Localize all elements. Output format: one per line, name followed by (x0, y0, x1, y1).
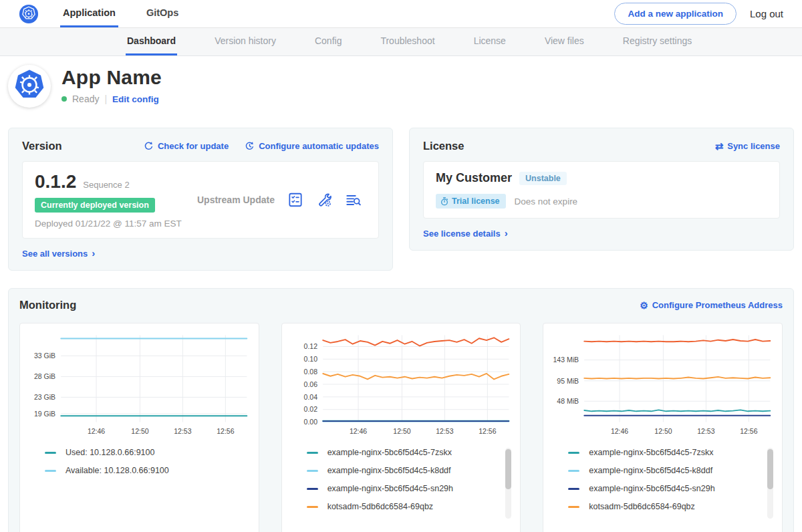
app-header: App Name Ready | Edit config (0, 56, 802, 118)
disk-usage-title: Disk Usage (27, 525, 252, 532)
monitoring-title: Monitoring (19, 299, 76, 311)
top-nav: Application GitOps Add a new application… (0, 0, 802, 28)
stopwatch-icon (440, 197, 448, 206)
legend-label: Available: 10.128.0.66:9100 (65, 466, 169, 475)
tab-gitops[interactable]: GitOps (144, 0, 181, 27)
check-for-update-link[interactable]: Check for update (144, 141, 229, 151)
legend-scrollbar-thumb[interactable] (505, 449, 511, 489)
chevron-right-icon: › (505, 228, 508, 238)
see-all-versions-link[interactable]: See all versions › (22, 249, 95, 259)
legend-item: example-nginx-5bc6f5d4c5-7zskx (568, 448, 775, 457)
svg-text:12:50: 12:50 (393, 427, 410, 435)
disk-usage-chart-card: 19 GiB23 GiB28 GiB33 GiB12:4612:5012:531… (19, 323, 259, 532)
gear-icon: ⚙ (640, 301, 648, 310)
license-card-title: License (423, 140, 464, 152)
svg-text:0.04: 0.04 (303, 392, 317, 400)
version-card-title: Version (22, 140, 62, 152)
divider: | (104, 94, 107, 104)
status-dot-icon (61, 96, 67, 102)
memory-usage-title: Memory Usage (550, 525, 775, 532)
deployed-timestamp: Deployed 01/21/22 @ 11:57 am EST (35, 219, 185, 229)
legend-item: kotsadm-5db6dc6584-69qbz (568, 502, 775, 511)
cpu-usage-legend: example-nginx-5bc6f5d4c5-7zskxexample-ng… (289, 448, 514, 525)
svg-text:12:53: 12:53 (174, 427, 191, 435)
legend-label: Used: 10.128.0.66:9100 (65, 448, 154, 457)
svg-text:33 GiB: 33 GiB (34, 352, 55, 360)
see-license-details-link[interactable]: See license details › (423, 229, 508, 239)
tab-license[interactable]: License (473, 28, 507, 55)
svg-text:48 MiB: 48 MiB (557, 397, 579, 405)
channel-badge: Unstable (519, 172, 567, 185)
legend-swatch-icon (568, 452, 579, 454)
top-nav-right: Add a new application Log out (614, 0, 783, 27)
configure-automatic-updates-link[interactable]: Configure automatic updates (245, 141, 379, 151)
configure-prometheus-link[interactable]: ⚙ Configure Prometheus Address (640, 300, 783, 310)
tab-troubleshoot[interactable]: Troubleshoot (379, 28, 436, 55)
cpu-usage-chart: 0.000.020.040.060.080.100.1212:4612:5012… (289, 330, 514, 438)
tab-application[interactable]: Application (60, 0, 118, 27)
legend-swatch-icon (307, 488, 318, 490)
svg-text:0.00: 0.00 (303, 418, 317, 426)
schedule-clock-icon (245, 141, 255, 151)
chevron-right-icon: › (92, 248, 95, 258)
legend-label: kotsadm-5db6dc6584-69qbz (327, 502, 433, 511)
legend-item: Available: 10.128.0.66:9100 (45, 466, 252, 475)
svg-text:143 MiB: 143 MiB (553, 356, 579, 364)
disk-usage-chart: 19 GiB23 GiB28 GiB33 GiB12:4612:5012:531… (27, 330, 252, 438)
preflight-checks-icon[interactable] (287, 191, 304, 209)
svg-text:12:46: 12:46 (611, 427, 628, 435)
legend-label: example-nginx-5bc6f5d4c5-7zskx (589, 448, 713, 457)
add-new-application-button[interactable]: Add a new application (614, 3, 737, 25)
legend-swatch-icon (568, 506, 579, 508)
tab-version-history[interactable]: Version history (213, 28, 277, 55)
legend-label: kotsadm-5db6dc6584-69qbz (589, 502, 694, 511)
legend-label: example-nginx-5bc6f5d4c5-k8ddf (589, 466, 712, 475)
sync-arrows-icon: ⇄ (715, 141, 724, 151)
svg-text:0.10: 0.10 (303, 355, 317, 363)
version-info: 0.1.2 Sequence 2 Currently deployed vers… (35, 171, 185, 229)
see-all-versions-row: See all versions › (22, 247, 379, 259)
svg-text:12:46: 12:46 (88, 427, 105, 435)
cpu-usage-chart-card: 0.000.020.040.060.080.100.1212:4612:5012… (281, 323, 521, 532)
memory-usage-legend: example-nginx-5bc6f5d4c5-7zskxexample-ng… (550, 448, 775, 525)
version-number: 0.1.2 (35, 171, 76, 192)
legend-label: example-nginx-5bc6f5d4c5-k8ddf (327, 466, 451, 475)
cpu-usage-title: CPU Usage (289, 525, 514, 532)
view-logs-icon[interactable] (344, 191, 362, 209)
tab-config[interactable]: Config (313, 28, 343, 55)
legend-swatch-icon (45, 470, 56, 472)
svg-text:12:56: 12:56 (479, 427, 496, 435)
legend-item: example-nginx-5bc6f5d4c5-k8ddf (307, 466, 514, 475)
license-detail-card: My Customer Unstable Trial license Does … (423, 161, 780, 219)
svg-text:12:46: 12:46 (350, 427, 367, 435)
license-card: License ⇄ Sync license My Customer Unsta… (409, 128, 794, 251)
currently-deployed-badge: Currently deployed version (35, 198, 155, 213)
svg-text:0.08: 0.08 (303, 368, 317, 376)
version-sequence: Sequence 2 (83, 180, 129, 190)
top-nav-tabs: Application GitOps (60, 0, 181, 27)
legend-item: Used: 10.128.0.66:9100 (45, 448, 252, 457)
app-logo-icon (8, 65, 51, 108)
legend-label: example-nginx-5bc6f5d4c5-7zskx (327, 448, 452, 457)
legend-item: example-nginx-5bc6f5d4c5-k8ddf (568, 466, 775, 475)
edit-config-link[interactable]: Edit config (112, 94, 159, 104)
legend-scrollbar[interactable] (505, 448, 511, 519)
kubernetes-logo-icon[interactable] (19, 4, 39, 24)
svg-text:23 GiB: 23 GiB (34, 393, 55, 401)
legend-item: example-nginx-5bc6f5d4c5-sn29h (307, 484, 514, 493)
svg-text:12:50: 12:50 (655, 427, 672, 435)
legend-scrollbar[interactable] (767, 448, 773, 519)
legend-swatch-icon (45, 452, 56, 454)
tab-dashboard[interactable]: Dashboard (126, 28, 177, 55)
legend-swatch-icon (307, 506, 318, 508)
tab-view-files[interactable]: View files (543, 28, 585, 55)
see-license-details-row: See license details › (423, 227, 780, 239)
tab-registry-settings[interactable]: Registry settings (622, 28, 693, 55)
sync-license-link[interactable]: ⇄ Sync license (715, 141, 780, 151)
legend-scrollbar-thumb[interactable] (767, 449, 773, 489)
svg-text:12:50: 12:50 (131, 427, 148, 435)
logout-link[interactable]: Log out (750, 8, 783, 19)
config-wrench-icon[interactable] (315, 191, 333, 209)
svg-text:0.06: 0.06 (303, 380, 317, 388)
svg-text:0.02: 0.02 (303, 405, 317, 413)
